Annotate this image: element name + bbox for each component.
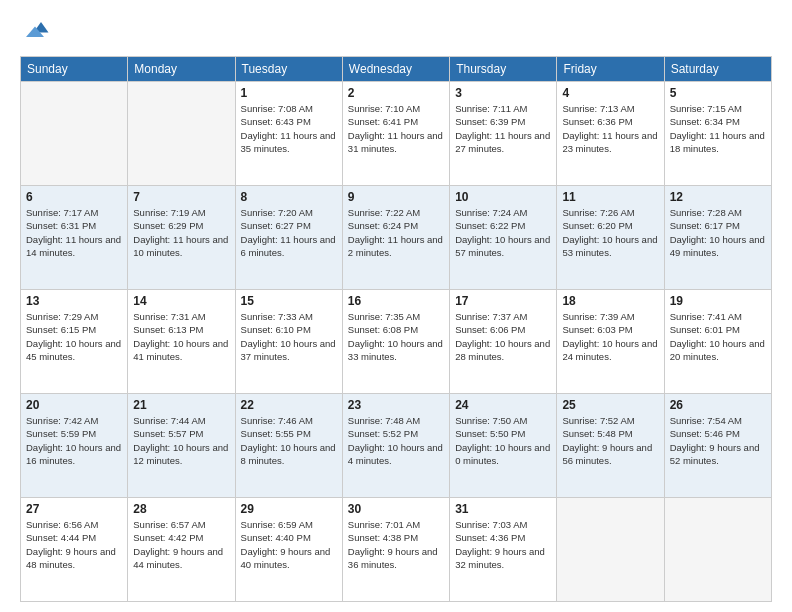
day-number: 23 bbox=[348, 398, 444, 412]
day-info: Sunrise: 7:22 AM Sunset: 6:24 PM Dayligh… bbox=[348, 206, 444, 259]
day-info: Sunrise: 7:28 AM Sunset: 6:17 PM Dayligh… bbox=[670, 206, 766, 259]
calendar-cell: 15Sunrise: 7:33 AM Sunset: 6:10 PM Dayli… bbox=[235, 290, 342, 394]
calendar-cell: 22Sunrise: 7:46 AM Sunset: 5:55 PM Dayli… bbox=[235, 394, 342, 498]
calendar-cell: 21Sunrise: 7:44 AM Sunset: 5:57 PM Dayli… bbox=[128, 394, 235, 498]
day-info: Sunrise: 7:46 AM Sunset: 5:55 PM Dayligh… bbox=[241, 414, 337, 467]
day-number: 17 bbox=[455, 294, 551, 308]
day-info: Sunrise: 6:56 AM Sunset: 4:44 PM Dayligh… bbox=[26, 518, 122, 571]
day-number: 1 bbox=[241, 86, 337, 100]
calendar-cell: 31Sunrise: 7:03 AM Sunset: 4:36 PM Dayli… bbox=[450, 498, 557, 602]
calendar-cell: 27Sunrise: 6:56 AM Sunset: 4:44 PM Dayli… bbox=[21, 498, 128, 602]
logo bbox=[20, 16, 54, 46]
day-number: 3 bbox=[455, 86, 551, 100]
day-number: 13 bbox=[26, 294, 122, 308]
day-info: Sunrise: 7:35 AM Sunset: 6:08 PM Dayligh… bbox=[348, 310, 444, 363]
day-number: 7 bbox=[133, 190, 229, 204]
calendar-cell: 19Sunrise: 7:41 AM Sunset: 6:01 PM Dayli… bbox=[664, 290, 771, 394]
day-info: Sunrise: 7:33 AM Sunset: 6:10 PM Dayligh… bbox=[241, 310, 337, 363]
day-header-wednesday: Wednesday bbox=[342, 57, 449, 82]
day-number: 14 bbox=[133, 294, 229, 308]
day-number: 31 bbox=[455, 502, 551, 516]
week-row-1: 6Sunrise: 7:17 AM Sunset: 6:31 PM Daylig… bbox=[21, 186, 772, 290]
day-header-friday: Friday bbox=[557, 57, 664, 82]
day-info: Sunrise: 7:54 AM Sunset: 5:46 PM Dayligh… bbox=[670, 414, 766, 467]
day-number: 11 bbox=[562, 190, 658, 204]
calendar-cell: 5Sunrise: 7:15 AM Sunset: 6:34 PM Daylig… bbox=[664, 82, 771, 186]
calendar-cell bbox=[664, 498, 771, 602]
day-number: 24 bbox=[455, 398, 551, 412]
day-number: 4 bbox=[562, 86, 658, 100]
day-info: Sunrise: 7:52 AM Sunset: 5:48 PM Dayligh… bbox=[562, 414, 658, 467]
day-number: 27 bbox=[26, 502, 122, 516]
calendar-cell: 1Sunrise: 7:08 AM Sunset: 6:43 PM Daylig… bbox=[235, 82, 342, 186]
day-info: Sunrise: 7:03 AM Sunset: 4:36 PM Dayligh… bbox=[455, 518, 551, 571]
day-info: Sunrise: 7:19 AM Sunset: 6:29 PM Dayligh… bbox=[133, 206, 229, 259]
day-number: 30 bbox=[348, 502, 444, 516]
day-number: 20 bbox=[26, 398, 122, 412]
calendar-cell: 8Sunrise: 7:20 AM Sunset: 6:27 PM Daylig… bbox=[235, 186, 342, 290]
day-info: Sunrise: 7:31 AM Sunset: 6:13 PM Dayligh… bbox=[133, 310, 229, 363]
day-info: Sunrise: 7:48 AM Sunset: 5:52 PM Dayligh… bbox=[348, 414, 444, 467]
day-info: Sunrise: 7:08 AM Sunset: 6:43 PM Dayligh… bbox=[241, 102, 337, 155]
day-info: Sunrise: 7:17 AM Sunset: 6:31 PM Dayligh… bbox=[26, 206, 122, 259]
day-info: Sunrise: 7:11 AM Sunset: 6:39 PM Dayligh… bbox=[455, 102, 551, 155]
day-number: 10 bbox=[455, 190, 551, 204]
day-info: Sunrise: 7:29 AM Sunset: 6:15 PM Dayligh… bbox=[26, 310, 122, 363]
calendar-cell: 24Sunrise: 7:50 AM Sunset: 5:50 PM Dayli… bbox=[450, 394, 557, 498]
week-row-2: 13Sunrise: 7:29 AM Sunset: 6:15 PM Dayli… bbox=[21, 290, 772, 394]
day-info: Sunrise: 7:01 AM Sunset: 4:38 PM Dayligh… bbox=[348, 518, 444, 571]
day-info: Sunrise: 7:37 AM Sunset: 6:06 PM Dayligh… bbox=[455, 310, 551, 363]
day-number: 5 bbox=[670, 86, 766, 100]
day-number: 12 bbox=[670, 190, 766, 204]
calendar-cell: 14Sunrise: 7:31 AM Sunset: 6:13 PM Dayli… bbox=[128, 290, 235, 394]
calendar-header-row: SundayMondayTuesdayWednesdayThursdayFrid… bbox=[21, 57, 772, 82]
calendar-cell: 29Sunrise: 6:59 AM Sunset: 4:40 PM Dayli… bbox=[235, 498, 342, 602]
calendar-cell: 6Sunrise: 7:17 AM Sunset: 6:31 PM Daylig… bbox=[21, 186, 128, 290]
day-info: Sunrise: 7:44 AM Sunset: 5:57 PM Dayligh… bbox=[133, 414, 229, 467]
day-header-sunday: Sunday bbox=[21, 57, 128, 82]
day-info: Sunrise: 6:57 AM Sunset: 4:42 PM Dayligh… bbox=[133, 518, 229, 571]
day-header-monday: Monday bbox=[128, 57, 235, 82]
day-number: 15 bbox=[241, 294, 337, 308]
calendar-cell bbox=[128, 82, 235, 186]
day-info: Sunrise: 7:39 AM Sunset: 6:03 PM Dayligh… bbox=[562, 310, 658, 363]
calendar-cell: 12Sunrise: 7:28 AM Sunset: 6:17 PM Dayli… bbox=[664, 186, 771, 290]
day-number: 2 bbox=[348, 86, 444, 100]
header bbox=[20, 16, 772, 46]
calendar-cell: 9Sunrise: 7:22 AM Sunset: 6:24 PM Daylig… bbox=[342, 186, 449, 290]
day-info: Sunrise: 7:24 AM Sunset: 6:22 PM Dayligh… bbox=[455, 206, 551, 259]
calendar-cell: 16Sunrise: 7:35 AM Sunset: 6:08 PM Dayli… bbox=[342, 290, 449, 394]
day-number: 29 bbox=[241, 502, 337, 516]
day-header-tuesday: Tuesday bbox=[235, 57, 342, 82]
day-number: 8 bbox=[241, 190, 337, 204]
week-row-0: 1Sunrise: 7:08 AM Sunset: 6:43 PM Daylig… bbox=[21, 82, 772, 186]
page: SundayMondayTuesdayWednesdayThursdayFrid… bbox=[0, 0, 792, 612]
day-number: 6 bbox=[26, 190, 122, 204]
calendar-cell: 30Sunrise: 7:01 AM Sunset: 4:38 PM Dayli… bbox=[342, 498, 449, 602]
calendar-cell: 13Sunrise: 7:29 AM Sunset: 6:15 PM Dayli… bbox=[21, 290, 128, 394]
calendar-cell: 25Sunrise: 7:52 AM Sunset: 5:48 PM Dayli… bbox=[557, 394, 664, 498]
day-number: 21 bbox=[133, 398, 229, 412]
calendar-cell: 7Sunrise: 7:19 AM Sunset: 6:29 PM Daylig… bbox=[128, 186, 235, 290]
calendar-cell: 3Sunrise: 7:11 AM Sunset: 6:39 PM Daylig… bbox=[450, 82, 557, 186]
day-number: 19 bbox=[670, 294, 766, 308]
day-info: Sunrise: 7:13 AM Sunset: 6:36 PM Dayligh… bbox=[562, 102, 658, 155]
day-number: 22 bbox=[241, 398, 337, 412]
day-info: Sunrise: 7:50 AM Sunset: 5:50 PM Dayligh… bbox=[455, 414, 551, 467]
week-row-4: 27Sunrise: 6:56 AM Sunset: 4:44 PM Dayli… bbox=[21, 498, 772, 602]
day-info: Sunrise: 7:42 AM Sunset: 5:59 PM Dayligh… bbox=[26, 414, 122, 467]
day-number: 26 bbox=[670, 398, 766, 412]
calendar-cell: 23Sunrise: 7:48 AM Sunset: 5:52 PM Dayli… bbox=[342, 394, 449, 498]
day-number: 25 bbox=[562, 398, 658, 412]
week-row-3: 20Sunrise: 7:42 AM Sunset: 5:59 PM Dayli… bbox=[21, 394, 772, 498]
day-number: 18 bbox=[562, 294, 658, 308]
day-number: 9 bbox=[348, 190, 444, 204]
calendar-cell: 18Sunrise: 7:39 AM Sunset: 6:03 PM Dayli… bbox=[557, 290, 664, 394]
day-number: 16 bbox=[348, 294, 444, 308]
calendar-cell bbox=[21, 82, 128, 186]
calendar-table: SundayMondayTuesdayWednesdayThursdayFrid… bbox=[20, 56, 772, 602]
calendar-cell: 11Sunrise: 7:26 AM Sunset: 6:20 PM Dayli… bbox=[557, 186, 664, 290]
calendar-cell: 2Sunrise: 7:10 AM Sunset: 6:41 PM Daylig… bbox=[342, 82, 449, 186]
calendar-cell: 4Sunrise: 7:13 AM Sunset: 6:36 PM Daylig… bbox=[557, 82, 664, 186]
day-header-thursday: Thursday bbox=[450, 57, 557, 82]
